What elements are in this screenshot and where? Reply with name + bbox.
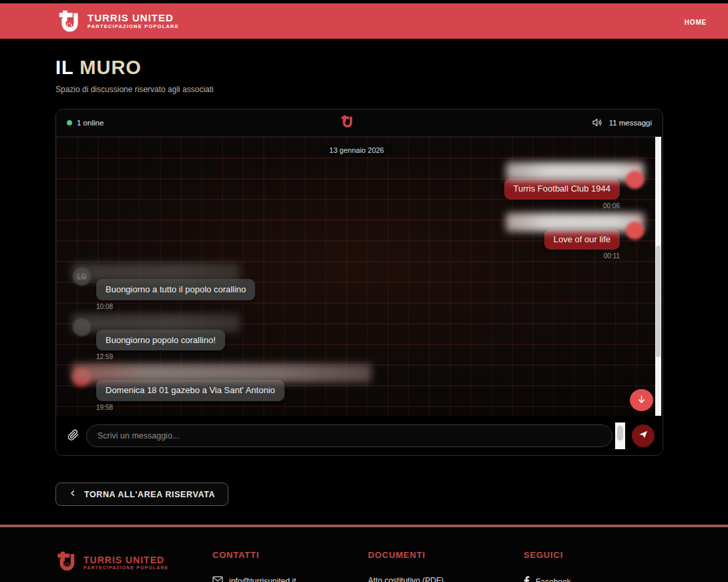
message-time: 10:08 [96,303,113,310]
avatar [626,171,644,189]
message-bubble: Love of our life [544,229,620,250]
turris-monogram-icon [55,550,78,575]
message-count-label: 11 messaggi [609,119,652,127]
facebook-label: Facebook [536,577,571,582]
chevron-left-icon [69,489,77,499]
message-bubble: Buongiorno popolo corallino! [96,330,225,351]
site-header: TURRIS UNITED PARTECIPAZIONE POPOLARE HO… [0,3,728,39]
message-bubble: Domenica 18 01 gazebo a Via Sant' Antoni… [96,380,285,401]
chat-turris-monogram-icon [340,113,355,132]
footer-documents-heading: DOCUMENTI [368,550,524,560]
avatar [626,222,644,240]
footer-follow-heading: SEGUICI [524,550,679,560]
message-input[interactable] [86,424,612,447]
footer-brand-tagline: PARTECIPAZIONE POPOLARE [83,565,168,570]
statute-pdf-label: Atto costitutivo (PDF) [368,576,443,582]
chat-message: Domenica 18 01 gazebo a Via Sant' Antoni… [67,364,647,411]
online-status: 1 online [67,119,104,127]
footer-brand-logo: TURRIS UNITED PARTECIPAZIONE POPOLARE [55,550,212,575]
message-bubble: Buongiorno a tutto il popolo corallino [96,279,255,300]
censored-username [506,162,644,181]
email-label: info@turrisunited.it [229,577,296,582]
email-link[interactable]: info@turrisunited.it [212,576,368,582]
page-title-prefix: IL [55,57,73,78]
attach-file-button[interactable] [67,428,79,443]
chat-message: Buongiorno popolo corallino! 12:59 [67,314,647,361]
page-title-accent: MURO [79,57,142,78]
facebook-link[interactable]: Facebook [524,576,679,582]
online-dot-icon [67,120,72,125]
nav-home-link[interactable]: HOME [685,19,707,26]
message-time: 00:06 [603,202,620,210]
date-pill: 13 gennaio 2026 [321,143,392,157]
censored-username [72,314,240,332]
envelope-icon [212,576,223,582]
message-time: 12:59 [96,353,113,360]
chat-header: 1 online 11 messaggi [56,109,663,137]
censored-username [506,213,644,232]
site-footer: TURRIS UNITED PARTECIPAZIONE POPOLARE Un… [0,527,728,582]
send-message-button[interactable] [632,424,655,447]
page-subtitle: Spazio di discussione riservato agli ass… [55,85,673,94]
footer-brand-name: TURRIS UNITED [83,555,168,565]
message-counter: 11 messaggi [592,117,652,129]
brand-tagline: PARTECIPAZIONE POPOLARE [87,23,179,29]
chat-message: Turris Football Club 1944 00:06 [67,162,647,210]
statute-pdf-link[interactable]: Atto costitutivo (PDF) [368,576,524,582]
footer-contacts-heading: CONTATTI [212,550,368,560]
send-icon [638,429,649,442]
arrow-down-icon [636,394,647,406]
input-scrollbar[interactable] [615,422,625,449]
scroll-to-bottom-button[interactable] [630,389,653,411]
chat-input-row [56,416,663,455]
chat-card: 1 online 11 messaggi [55,109,663,456]
message-time: 00:11 [604,252,620,260]
input-scrollbar-thumb[interactable] [617,426,623,441]
chat-message: LG Buongiorno a tutto il popolo corallin… [67,263,647,310]
back-button-label: TORNA ALL'AREA RISERVATA [84,490,215,499]
censored-username [72,263,240,282]
message-bubble: Turris Football Club 1944 [504,178,620,200]
message-time: 19:58 [96,404,113,411]
censored-username [72,364,371,382]
chat-scrollbar[interactable] [655,137,661,416]
facebook-icon [524,576,530,582]
chat-message-area[interactable]: 13 gennaio 2026 Turris Football Club 194… [56,137,663,416]
page-title: IL MURO [55,57,673,79]
turris-monogram-icon [57,9,82,34]
paperclip-icon [67,428,79,443]
brand-name: TURRIS UNITED [87,13,179,23]
chat-message: Love of our life 00:11 [67,213,647,260]
back-to-reserved-area-button[interactable]: TORNA ALL'AREA RISERVATA [55,483,228,506]
online-status-label: 1 online [77,119,104,127]
chat-scrollbar-thumb[interactable] [656,246,661,357]
date-separator: 13 gennaio 2026 [67,143,647,157]
speaker-icon[interactable] [592,117,603,129]
brand-logo[interactable]: TURRIS UNITED PARTECIPAZIONE POPOLARE [57,9,179,34]
